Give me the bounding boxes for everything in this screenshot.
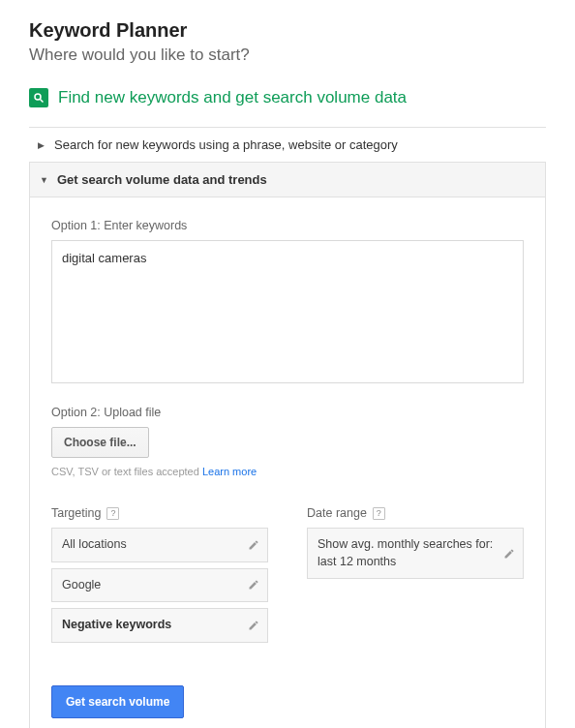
date-range-label: Date range — [307, 506, 367, 520]
keywords-input[interactable] — [51, 240, 524, 383]
option2-label: Option 2: Upload file — [51, 406, 524, 419]
chevron-right-icon: ▶ — [37, 140, 45, 150]
magnifier-icon — [29, 88, 48, 107]
pencil-icon — [503, 548, 515, 560]
targeting-network[interactable]: Google — [51, 568, 268, 603]
accordion-volume-trends[interactable]: ▼ Get search volume data and trends — [29, 162, 546, 197]
targeting-locations[interactable]: All locations — [51, 528, 268, 562]
help-icon[interactable]: ? — [106, 507, 119, 520]
file-help-text: CSV, TSV or text files accepted Learn mo… — [51, 466, 524, 477]
targeting-label: Targeting — [51, 506, 101, 520]
section-heading: Find new keywords and get search volume … — [29, 88, 546, 107]
accordion-label: Get search volume data and trends — [57, 172, 267, 187]
page-title: Keyword Planner — [29, 19, 546, 42]
section-heading-text: Find new keywords and get search volume … — [58, 88, 407, 107]
pencil-icon — [248, 539, 259, 551]
targeting-negative-keywords[interactable]: Negative keywords — [51, 608, 268, 643]
get-search-volume-button[interactable]: Get search volume — [51, 685, 184, 718]
accordion-body: Option 1: Enter keywords Option 2: Uploa… — [29, 197, 546, 728]
help-icon[interactable]: ? — [373, 507, 385, 520]
svg-point-0 — [35, 94, 41, 100]
chevron-down-icon: ▼ — [40, 175, 47, 185]
page-subtitle: Where would you like to start? — [29, 46, 546, 65]
option1-label: Option 1: Enter keywords — [51, 219, 524, 232]
date-range-field[interactable]: Show avg. monthly searches for: last 12 … — [307, 528, 524, 579]
choose-file-button[interactable]: Choose file... — [51, 427, 149, 458]
pencil-icon — [248, 579, 259, 591]
accordion-search-keywords[interactable]: ▶ Search for new keywords using a phrase… — [29, 128, 546, 162]
accordion-label: Search for new keywords using a phrase, … — [54, 137, 398, 152]
pencil-icon — [248, 620, 259, 631]
svg-line-1 — [41, 100, 44, 103]
learn-more-link[interactable]: Learn more — [202, 466, 257, 477]
